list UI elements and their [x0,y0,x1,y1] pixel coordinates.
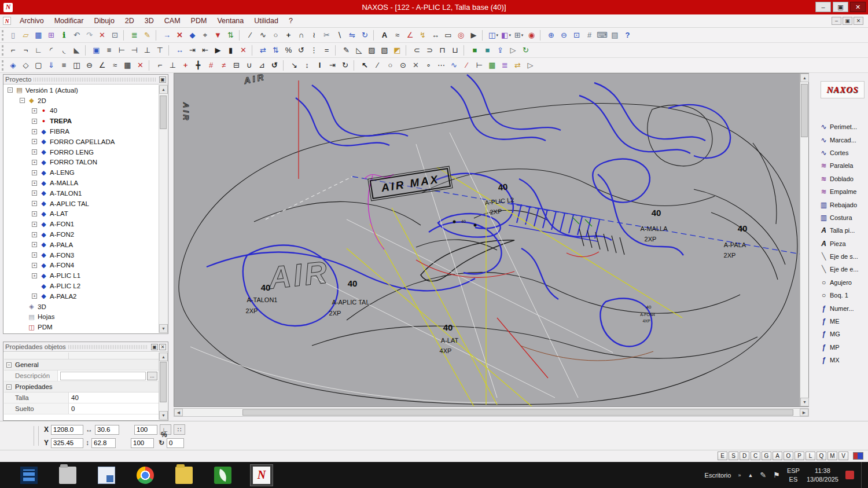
tree-expander[interactable]: + [32,263,37,268]
tree-item-a-aplic-tal[interactable]: +◆A-APLIC TAL [4,199,158,209]
height-input[interactable] [91,438,116,448]
tree-item-trepa[interactable]: +●TREPA [4,116,158,126]
pencil-icon[interactable]: ✎ [141,29,153,41]
tree-item-a-pala2[interactable]: +◆A-PALA2 [4,291,158,302]
tree-expander[interactable]: + [32,119,37,124]
taskbar-file-manager-button[interactable] [56,464,79,486]
taskbar-editor-button[interactable] [95,464,118,486]
desktop-toolbar-label[interactable]: Escritorio [705,472,731,479]
load-icon[interactable]: ⇓ [45,59,57,71]
extend-icon[interactable]: ⊢ [116,44,128,56]
toolbar-overflow-icon[interactable]: » [738,472,741,478]
join-icon[interactable]: ⊤ [154,44,166,56]
rotate-view-icon[interactable]: ↻ [339,59,351,71]
undo-transform-icon[interactable]: ↺ [269,59,281,71]
language-indicator[interactable]: ESP ES [787,467,800,484]
move-point-icon[interactable]: ╋ [192,59,204,71]
notch-icon[interactable]: ∠ [404,29,416,41]
mode-button-a[interactable]: A [773,452,782,460]
scroll-right-icon[interactable]: ▶ [800,409,808,416]
x-coordinate-input[interactable] [51,425,83,435]
flag-tray-icon[interactable]: ⚑ [773,471,780,479]
reduce-icon[interactable]: ⊖ [83,59,95,71]
tool-me[interactable]: ƒME [817,315,868,328]
mode-button-q[interactable]: Q [816,452,826,460]
move-right-icon[interactable]: ⇥ [186,44,198,56]
eraser-icon[interactable]: ◺ [353,44,365,56]
snap-icon[interactable]: ⌖ [199,29,211,41]
tool-eje-de-s[interactable]: ╲Eje de s... [817,250,868,263]
order-icon[interactable]: ⇅ [225,29,237,41]
print-icon[interactable]: ▤ [609,29,621,41]
diagonal-fit-icon[interactable]: ↘ [288,59,300,71]
tool-empalme[interactable]: ≋Empalme [817,185,868,198]
swap-icon[interactable]: ⇄ [512,59,524,71]
midpoint-icon[interactable]: ⊙ [397,59,409,71]
layer-stack-icon[interactable]: ≣ [499,59,511,71]
compass-icon[interactable]: ◉ [525,29,538,41]
y-coordinate-input[interactable] [51,438,83,448]
delete-icon[interactable]: ✕ [96,29,108,41]
width-input[interactable] [95,425,119,435]
tree-expander[interactable]: + [32,108,37,113]
taskbar-chrome-button[interactable] [134,464,157,486]
save-icon[interactable]: ▦ [32,29,45,41]
view-icon[interactable]: ◫▾ [487,29,499,41]
project-sizes-icon[interactable]: ⊞ [45,29,57,41]
tree-expander[interactable]: + [32,201,37,206]
tree-expander[interactable]: + [32,129,37,134]
stretch-icon[interactable]: ↕ [301,59,313,71]
slope-icon[interactable]: ∕ [461,59,473,71]
mode-button-v[interactable]: V [838,452,848,460]
copy-icon[interactable]: ⊡ [109,29,121,41]
mdi-close-button[interactable]: ✕ [854,17,863,25]
title-bar[interactable]: N NAXOS - [122 - A-PLIC L2, Talla base (… [0,0,868,14]
angle-tool-icon[interactable]: ∠ [96,59,108,71]
taskbar-naxos-green-button[interactable] [211,464,234,486]
menu-item[interactable]: ? [284,17,298,25]
tree-expander[interactable]: + [32,242,37,247]
mode-button-m[interactable]: M [827,452,837,460]
tree-expander[interactable]: + [32,273,37,278]
tool-rebajado[interactable]: ▥Rebajado [817,198,868,211]
scroll-thumb[interactable] [801,84,808,137]
tree-expander[interactable]: + [32,232,37,237]
tree-item-a-fon4[interactable]: +◆A-FON4 [4,260,158,271]
grid-snap-button[interactable]: ∷ [174,424,185,435]
property-value[interactable]: 0 [71,405,75,412]
taskbar-folder-button[interactable] [172,464,196,486]
minimize-button[interactable]: – [815,2,831,12]
array-icon[interactable]: ⋮ [308,44,320,56]
properties-panel-restore-icon[interactable]: ▣ [151,344,158,350]
corner-sw-icon[interactable]: ∟ [32,44,45,56]
tool-mx[interactable]: ƒMX [817,354,868,366]
mode-button-g[interactable]: G [762,452,771,460]
tool-costura[interactable]: ▥Costura [817,211,868,224]
export-icon[interactable]: ⇪ [494,44,506,56]
mode-button-e[interactable]: E [718,452,727,460]
subtract-icon[interactable]: ⊟ [230,59,242,71]
scroll-left-icon[interactable]: ◀ [174,409,183,416]
forward-icon[interactable]: ▷ [524,59,536,71]
tree-item-3d[interactable]: ◈3D [4,302,158,312]
tree-expander[interactable]: + [32,252,37,258]
show-hidden-icons[interactable]: ▲ [748,472,753,478]
offset-icon[interactable]: ≡ [103,44,115,56]
arc-icon[interactable]: ∩ [295,29,307,41]
tree-item-pdm[interactable]: ◫PDM [4,322,158,332]
zoom-window-icon[interactable]: ⊡ [571,29,583,41]
tool-marcad[interactable]: ∿Marcad... [817,133,868,146]
tree-item-40[interactable]: +●40 [4,106,158,116]
document-icon[interactable]: N [3,17,11,25]
zoom-all-icon[interactable]: # [583,29,595,41]
properties-scrollbar[interactable]: ▲ ▼ [159,353,167,420]
scale-icon[interactable]: % [282,44,295,56]
tool-mg[interactable]: ƒMG [817,328,868,340]
text-icon[interactable]: A [378,29,391,41]
tool-pieza[interactable]: APieza [817,237,868,250]
taskbar-naxos-button[interactable]: N [250,464,273,486]
tool-perimet[interactable]: ∿Perimet... [817,120,868,133]
scroll-up-icon[interactable]: ▲ [800,74,809,82]
tree-item-a-leng[interactable]: +◆A-LENG [4,167,158,178]
menu-archivo[interactable]: Archivo [14,17,49,25]
